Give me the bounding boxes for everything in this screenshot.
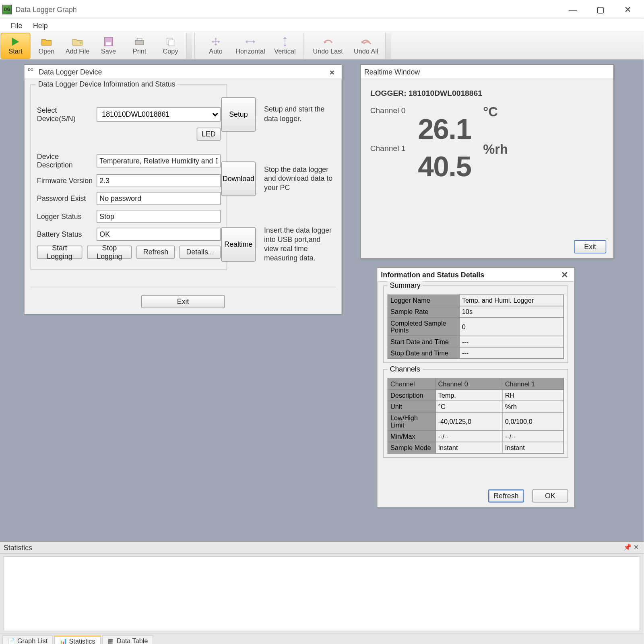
close-button[interactable]: ✕ bbox=[614, 0, 641, 19]
password-input[interactable] bbox=[97, 192, 221, 205]
toolbar-grip bbox=[186, 33, 192, 59]
stop-logging-button[interactable]: Stop Logging bbox=[87, 246, 132, 259]
bottom-tabs: 📄 Graph List 📊 Statistics ▦ Data Table bbox=[0, 634, 644, 644]
tab-statistics[interactable]: 📊 Statistics bbox=[54, 635, 101, 644]
realtime-window: Realtime Window LOGGER: 181010DWL0018861… bbox=[360, 64, 614, 259]
realtime-button[interactable]: Realtime bbox=[221, 227, 256, 262]
arrows-move-icon bbox=[210, 36, 222, 47]
maximize-button[interactable]: ▢ bbox=[586, 0, 614, 19]
logger-status-label: Logger Status bbox=[37, 212, 93, 221]
channel1-unit: %rh bbox=[483, 142, 508, 157]
start-logging-button[interactable]: Start Logging bbox=[37, 246, 82, 259]
download-button[interactable]: Download bbox=[221, 161, 256, 196]
device-desc-label: Device Description bbox=[37, 153, 93, 169]
svg-rect-7 bbox=[169, 40, 174, 46]
battery-status-label: Battery Status bbox=[37, 230, 93, 239]
minimize-button[interactable]: — bbox=[559, 0, 586, 19]
firmware-label: Firmware Version bbox=[37, 176, 93, 185]
password-label: Password Exist bbox=[37, 194, 93, 203]
info-ok-button[interactable]: OK bbox=[533, 489, 568, 503]
device-desc-input[interactable] bbox=[97, 155, 221, 168]
copy-icon bbox=[165, 36, 177, 47]
pin-icon[interactable]: 📌 bbox=[623, 544, 632, 551]
device-sn-select[interactable]: 181010DWL0018861 bbox=[97, 107, 221, 122]
folder-open-icon bbox=[41, 36, 53, 47]
stats-icon: 📊 bbox=[60, 638, 67, 644]
realtime-exit-button[interactable]: Exit bbox=[574, 240, 606, 254]
tool-start[interactable]: Start bbox=[0, 33, 30, 59]
tool-copy[interactable]: Copy bbox=[156, 33, 186, 59]
panel-title: Data Logger Device bbox=[39, 68, 102, 76]
summary-label: Summary bbox=[388, 281, 423, 290]
tab-datatable[interactable]: ▦ Data Table bbox=[102, 635, 153, 644]
save-icon bbox=[103, 36, 115, 47]
menu-file[interactable]: File bbox=[7, 20, 26, 31]
tool-horizontal[interactable]: Horizontal bbox=[232, 33, 269, 59]
info-status-panel: Information and Status Details ✕ Summary… bbox=[377, 267, 575, 508]
tab-graphlist[interactable]: 📄 Graph List bbox=[2, 635, 53, 644]
info-status-close-button[interactable]: ✕ bbox=[559, 270, 571, 279]
info-status-title: Information and Status Details bbox=[381, 270, 484, 279]
tool-open[interactable]: Open bbox=[31, 33, 61, 59]
realtime-title: Realtime Window bbox=[364, 68, 420, 76]
details-button[interactable]: Details... bbox=[180, 246, 221, 259]
app-icon: DG bbox=[2, 4, 12, 14]
svg-rect-5 bbox=[137, 38, 142, 41]
tool-undolast[interactable]: Undo Last bbox=[310, 33, 347, 59]
svg-marker-0 bbox=[12, 37, 19, 46]
svg-text:+: + bbox=[79, 40, 83, 46]
arrows-h-icon bbox=[244, 36, 256, 47]
realtime-desc: Insert the data logger into USB port,and… bbox=[264, 226, 334, 263]
battery-status-input[interactable] bbox=[97, 228, 221, 241]
channels-table: ChannelChannel 0Channel 1 DescriptionTem… bbox=[388, 378, 564, 454]
tool-save[interactable]: Save bbox=[94, 33, 124, 59]
list-icon: 📄 bbox=[8, 637, 15, 644]
exit-button[interactable]: Exit bbox=[141, 295, 225, 308]
svg-rect-3 bbox=[106, 42, 111, 45]
table-icon: ▦ bbox=[107, 637, 114, 644]
statistics-content bbox=[4, 556, 640, 632]
channel0-unit: °C bbox=[483, 104, 498, 120]
print-icon bbox=[134, 36, 146, 47]
titlebar: DG Data Logger Graph — ▢ ✕ bbox=[0, 0, 644, 19]
firmware-input[interactable] bbox=[97, 174, 221, 187]
arrows-v-icon bbox=[279, 36, 291, 47]
workspace: DG Data Logger Device × Data Logger Devi… bbox=[0, 60, 644, 541]
setup-desc: Setup and start the data logger. bbox=[264, 105, 334, 124]
toolbar-grip-2 bbox=[385, 33, 391, 59]
folder-plus-icon: + bbox=[72, 36, 84, 47]
logger-status-input[interactable] bbox=[97, 210, 221, 223]
svg-rect-4 bbox=[135, 41, 144, 45]
tool-auto[interactable]: Auto bbox=[201, 33, 231, 59]
statistics-title: Statistics bbox=[4, 543, 32, 552]
group-label: Data Logger Device Information and Statu… bbox=[36, 80, 178, 88]
data-logger-device-panel: DG Data Logger Device × Data Logger Devi… bbox=[24, 64, 342, 315]
play-icon bbox=[10, 36, 22, 47]
undo-icon bbox=[322, 36, 334, 47]
panel-close-button[interactable]: × bbox=[326, 67, 338, 77]
statistics-close-button[interactable]: ✕ bbox=[632, 544, 640, 551]
select-device-label: Select Device(S/N) bbox=[37, 106, 93, 123]
info-refresh-button[interactable]: Refresh bbox=[488, 489, 524, 503]
toolbar: Start Open + Add File Save Print Copy Au… bbox=[0, 32, 644, 60]
summary-table: Logger NameTemp. and Humi. Logger Sample… bbox=[388, 295, 564, 359]
channel1-value: 40.5 bbox=[418, 153, 471, 181]
realtime-logger-label: LOGGER: 181010DWL0018861 bbox=[370, 89, 482, 98]
setup-button[interactable]: Setup bbox=[221, 97, 256, 132]
channel0-value: 26.1 bbox=[418, 115, 471, 144]
app-title: Data Logger Graph bbox=[16, 5, 77, 14]
tool-vertical[interactable]: Vertical bbox=[270, 33, 300, 59]
download-desc: Stop the data logger and download data t… bbox=[264, 165, 334, 193]
tool-addfile[interactable]: + Add File bbox=[63, 33, 93, 59]
refresh-button[interactable]: Refresh bbox=[137, 246, 175, 259]
tool-undoall[interactable]: Undo All bbox=[347, 33, 384, 59]
channels-label: Channels bbox=[388, 365, 423, 373]
menubar: File Help bbox=[0, 19, 644, 32]
statistics-pane: Statistics 📌 ✕ 📄 Graph List 📊 Statistics… bbox=[0, 541, 644, 644]
undo-all-icon bbox=[360, 36, 372, 47]
menu-help[interactable]: Help bbox=[29, 20, 51, 31]
panel-icon: DG bbox=[28, 68, 37, 76]
tool-print[interactable]: Print bbox=[125, 33, 155, 59]
led-button[interactable]: LED bbox=[197, 128, 221, 141]
